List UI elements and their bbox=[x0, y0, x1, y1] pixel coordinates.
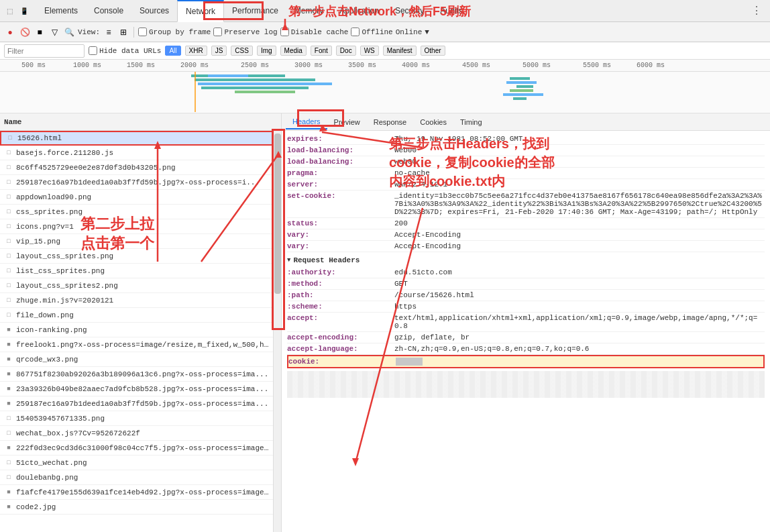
list-item[interactable]: □ appdownload90.png bbox=[0, 190, 273, 205]
tick-6000: 6000 ms bbox=[637, 62, 665, 69]
list-item[interactable]: □ 8c6ff4525729ee0e2e87d0f3d0b43205.png bbox=[0, 160, 273, 175]
offline-checkbox[interactable]: Offline bbox=[351, 28, 392, 36]
filter-js-button[interactable]: JS bbox=[211, 46, 227, 56]
list-item[interactable]: □ layout_css_sprites.png bbox=[0, 249, 273, 264]
list-item[interactable]: □ zhuge.min.js?v=2020121 bbox=[0, 293, 273, 308]
file-icon-jpg-2: ■ bbox=[4, 384, 13, 394]
list-item[interactable]: □ 1540539457671335.png bbox=[0, 411, 273, 426]
file-name-15626: 15626.html bbox=[17, 134, 268, 142]
large-view-button[interactable]: ⊞ bbox=[117, 26, 129, 38]
header-name-lb-2: load-balancing: bbox=[287, 158, 394, 166]
clear-button[interactable]: 🚫 bbox=[19, 26, 31, 38]
filter-css-button[interactable]: CSS bbox=[231, 46, 253, 56]
filter-all-button[interactable]: All bbox=[165, 46, 180, 56]
list-item[interactable]: ■ 867751f8230ab92026a3b189096a13c6.png?x… bbox=[0, 367, 273, 382]
header-value-lb-1: web00 bbox=[394, 146, 417, 154]
list-item[interactable]: □ doulebanbg.png bbox=[0, 470, 273, 485]
screenshot-button[interactable]: ■ bbox=[34, 26, 46, 38]
file-icon-png-1: □ bbox=[4, 163, 13, 172]
hide-data-urls-checkbox[interactable]: Hide data URLs bbox=[89, 46, 161, 55]
tab-application[interactable]: Application bbox=[331, 0, 387, 22]
file-name-8: layout_css_sprites.png bbox=[16, 252, 269, 260]
tab-sources[interactable]: Sources bbox=[131, 0, 177, 22]
header-set-cookie: set-cookie: _identity=1b3ecc0b75c5ee6a27… bbox=[287, 191, 765, 218]
list-item[interactable]: □ icons.png?v=1 bbox=[0, 219, 273, 234]
list-item[interactable]: □ css_sprites.png bbox=[0, 205, 273, 219]
filter-xhr-button[interactable]: XHR bbox=[185, 46, 207, 56]
scrollbar-thumb[interactable] bbox=[274, 134, 281, 294]
file-icon-png-15: □ bbox=[4, 458, 13, 468]
filter-input[interactable] bbox=[4, 44, 85, 58]
tab-timing[interactable]: Timing bbox=[453, 115, 489, 129]
group-by-frame-checkbox[interactable]: Group by frame bbox=[138, 28, 211, 36]
tick-5000: 5000 ms bbox=[522, 62, 551, 69]
req-header-authority: :authority: edu.51cto.com bbox=[287, 267, 765, 278]
tab-elements[interactable]: Elements bbox=[36, 0, 86, 22]
list-item[interactable]: □ 259187ec16a97b1deed1a0ab3f7fd59b.jpg?x… bbox=[0, 175, 273, 190]
file-icon-jpg-1: □ bbox=[4, 178, 13, 187]
list-item[interactable]: ■ qrcode_wx3.png bbox=[0, 352, 273, 367]
header-name-vary-2: vary: bbox=[287, 242, 394, 250]
tab-preview[interactable]: Preview bbox=[327, 115, 367, 129]
filter-doc-button[interactable]: Doc bbox=[336, 46, 356, 56]
list-item[interactable]: ■ code2.jpg bbox=[0, 500, 273, 515]
file-name-9: list_css_sprites.png bbox=[16, 267, 269, 275]
list-view-button[interactable]: ≡ bbox=[103, 26, 115, 38]
filter-other-button[interactable]: Other bbox=[421, 46, 445, 56]
list-item[interactable]: ■ 222f0d3ec9cd3d6c31000f98c04cc7f5.jpg?x… bbox=[0, 441, 273, 456]
filter-media-button[interactable]: Media bbox=[280, 46, 307, 56]
filter-icon[interactable]: ▽ bbox=[48, 26, 60, 38]
list-item[interactable]: ■ icon-ranking.png bbox=[0, 323, 273, 337]
tab-cookies[interactable]: Cookies bbox=[413, 115, 453, 129]
tick-5500: 5500 ms bbox=[583, 62, 611, 69]
tab-audits[interactable]: Audits bbox=[432, 0, 470, 22]
tab-console[interactable]: Console bbox=[86, 0, 131, 22]
list-item[interactable]: □ basejs.force.211280.js bbox=[0, 146, 273, 160]
file-icon-png-11: ■ bbox=[4, 340, 13, 350]
tab-performance[interactable]: Performance bbox=[224, 0, 286, 22]
list-item[interactable]: ■ f1afcfe4179e155d639a1fce14eb4d92.jpg?x… bbox=[0, 485, 273, 500]
file-name-1: basejs.force.211280.js bbox=[16, 149, 269, 157]
list-item[interactable]: □ file_down.png bbox=[0, 308, 273, 323]
search-button[interactable]: 🔍 bbox=[63, 26, 75, 38]
file-icon-png-6: □ bbox=[4, 252, 13, 261]
tab-memory[interactable]: Memory bbox=[286, 0, 331, 22]
file-icon-jpg-3: ■ bbox=[4, 399, 13, 409]
disable-cache-checkbox[interactable]: Disable cache bbox=[280, 28, 349, 36]
file-name-25: code2.jpg bbox=[16, 503, 269, 511]
req-header-value-scheme: https bbox=[394, 303, 417, 311]
list-item[interactable]: □ 51cto_wechat.png bbox=[0, 456, 273, 470]
list-item[interactable]: □ vip_15.png bbox=[0, 234, 273, 249]
inspect-icon[interactable]: ⬚ bbox=[3, 4, 16, 17]
network-dropdown-icon[interactable]: ▼ bbox=[425, 28, 429, 36]
list-item[interactable]: ■ 259187ec16a97b1deed1a0ab3f7fd59b.jpg?x… bbox=[0, 396, 273, 411]
tab-security[interactable]: Security bbox=[387, 0, 432, 22]
header-pragma: pragma: no-cache bbox=[287, 168, 765, 179]
filter-img-button[interactable]: Img bbox=[257, 46, 276, 56]
list-item[interactable]: □ wechat_box.js?7Cv=952672622f bbox=[0, 426, 273, 441]
list-item[interactable]: ■ freelook1.png?x-oss-process=image/resi… bbox=[0, 337, 273, 352]
tab-response[interactable]: Response bbox=[367, 115, 414, 129]
req-header-name-accept: accept: bbox=[287, 314, 394, 330]
tab-headers[interactable]: Headers bbox=[286, 115, 327, 129]
more-icon[interactable]: ⋮ bbox=[746, 4, 767, 17]
preserve-log-checkbox[interactable]: Preserve log bbox=[213, 28, 277, 36]
req-header-value-accept-encoding: gzip, deflate, br bbox=[394, 333, 470, 341]
record-button[interactable]: ● bbox=[4, 26, 16, 38]
header-value-lb-2: web00 bbox=[394, 158, 417, 166]
file-icon-png-3: □ bbox=[4, 207, 13, 217]
file-item-15626[interactable]: □ 15626.html bbox=[0, 131, 273, 146]
list-item[interactable]: □ layout_css_sprites2.png bbox=[0, 278, 273, 293]
file-list-scrollbar[interactable] bbox=[273, 131, 281, 532]
req-header-value-accept: text/html,application/xhtml+xml,applicat… bbox=[394, 314, 765, 330]
list-item[interactable]: ■ 23a39326b049be82aaec7ad9fcb8b528.jpg?x… bbox=[0, 382, 273, 396]
main-content: Name □ 15626.html □ basejs.force.211280.… bbox=[0, 113, 770, 532]
list-item[interactable]: □ list_css_sprites.png bbox=[0, 264, 273, 278]
tab-network[interactable]: Network bbox=[177, 0, 224, 22]
filter-font-button[interactable]: Font bbox=[311, 46, 332, 56]
filter-ws-button[interactable]: WS bbox=[360, 46, 379, 56]
header-value-vary-1: Accept-Encoding bbox=[394, 231, 461, 239]
filter-manifest-button[interactable]: Manifest bbox=[383, 46, 417, 56]
device-icon[interactable]: 📱 bbox=[17, 4, 31, 17]
tick-4500: 4500 ms bbox=[462, 62, 490, 69]
